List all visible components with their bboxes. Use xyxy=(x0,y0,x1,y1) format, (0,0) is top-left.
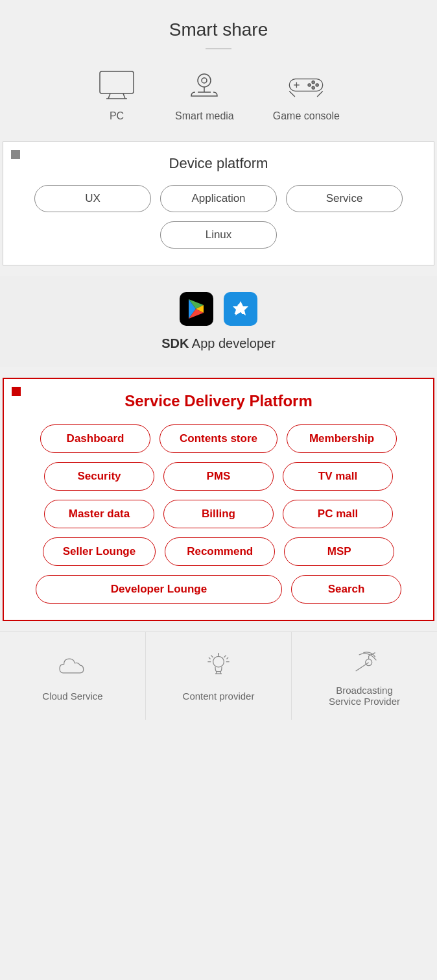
platform-title: Device platform xyxy=(16,155,421,172)
svg-point-5 xyxy=(202,78,207,83)
svg-point-12 xyxy=(316,84,318,86)
broadcasting-provider-label: BroadcastingService Provider xyxy=(329,685,400,707)
app-store-icon: A xyxy=(224,292,257,326)
sdp-btn-developer-lounge[interactable]: Developer Lounge xyxy=(36,575,282,604)
cloud-service-label: Cloud Service xyxy=(42,691,102,702)
satellite-icon xyxy=(348,645,381,677)
sdk-bold: SDK xyxy=(161,336,189,350)
top-section: Smart share PC xyxy=(0,0,437,141)
monitor-icon xyxy=(97,69,136,104)
sdp-btn-master-data[interactable]: Master data xyxy=(44,500,154,528)
svg-line-16 xyxy=(317,91,323,97)
page-title: Smart share xyxy=(13,19,424,40)
google-play-icon xyxy=(180,292,213,326)
device-platform-box: Device platform UX Application Service L… xyxy=(3,141,434,265)
sdp-title: Service Delivery Platform xyxy=(17,392,420,410)
lightbulb-icon xyxy=(202,651,235,683)
sdp-btn-contents-store[interactable]: Contents store xyxy=(159,424,278,453)
square-indicator xyxy=(11,150,20,159)
platform-btn-linux[interactable]: Linux xyxy=(160,221,277,249)
sdp-btn-pc-mall[interactable]: PC mall xyxy=(283,500,393,528)
device-pc: PC xyxy=(97,69,136,122)
svg-point-31 xyxy=(366,659,372,666)
svg-rect-0 xyxy=(100,71,134,93)
bottom-broadcasting-provider[interactable]: BroadcastingService Provider xyxy=(292,632,437,720)
device-smart-media: Smart media xyxy=(175,69,234,122)
svg-line-22 xyxy=(209,657,211,659)
svg-point-14 xyxy=(308,84,311,86)
sdp-btn-seller-lounge[interactable]: Seller Lounge xyxy=(43,537,156,566)
bottom-content-provider[interactable]: Content provider xyxy=(146,632,292,720)
sdp-section: Service Delivery Platform Dashboard Cont… xyxy=(3,378,434,621)
red-square-indicator xyxy=(12,387,21,396)
platform-btn-application[interactable]: Application xyxy=(160,185,277,212)
smart-media-label: Smart media xyxy=(175,110,234,122)
svg-line-2 xyxy=(123,93,125,99)
svg-line-1 xyxy=(108,93,110,99)
sdk-section: A SDK App developer xyxy=(0,276,437,367)
sdp-btn-tv-mall[interactable]: TV mall xyxy=(283,462,393,491)
svg-line-27 xyxy=(224,655,226,657)
sdp-btn-dashboard[interactable]: Dashboard xyxy=(40,424,150,453)
sdk-label: SDK App developer xyxy=(13,336,424,351)
svg-text:A: A xyxy=(234,301,244,317)
game-console-label: Game console xyxy=(273,110,340,122)
sdp-btn-recommend[interactable]: Recommend xyxy=(165,537,275,566)
svg-line-32 xyxy=(356,663,369,671)
svg-point-19 xyxy=(213,656,224,667)
pc-label: PC xyxy=(110,110,124,122)
svg-line-21 xyxy=(227,657,229,659)
content-provider-label: Content provider xyxy=(183,691,255,702)
bottom-section: Cloud Service Content provider xyxy=(0,631,437,720)
webcam-icon xyxy=(185,69,224,104)
sdp-btn-security[interactable]: Security xyxy=(44,462,154,491)
sdp-btn-membership[interactable]: Membership xyxy=(287,424,397,453)
bottom-cloud-service[interactable]: Cloud Service xyxy=(0,632,146,720)
sdp-btn-pms[interactable]: PMS xyxy=(163,462,274,491)
sdk-icons-row: A xyxy=(13,292,424,326)
sdp-buttons: Dashboard Contents store Membership Secu… xyxy=(17,424,420,604)
sdk-app-developer: App developer xyxy=(189,336,275,350)
svg-point-4 xyxy=(198,74,211,87)
sdp-btn-search[interactable]: Search xyxy=(291,575,401,604)
platform-buttons: UX Application Service Linux xyxy=(16,185,421,249)
svg-point-13 xyxy=(312,86,314,89)
device-icons-row: PC Smart media xyxy=(13,69,424,122)
cloud-icon xyxy=(56,651,89,683)
platform-btn-ux[interactable]: UX xyxy=(34,185,151,212)
svg-point-11 xyxy=(312,81,314,84)
sdp-btn-billing[interactable]: Billing xyxy=(163,500,274,528)
divider xyxy=(206,48,231,49)
svg-line-15 xyxy=(290,91,296,97)
device-game-console: Game console xyxy=(273,69,340,122)
platform-btn-service[interactable]: Service xyxy=(286,185,403,212)
gamepad-icon xyxy=(287,69,325,104)
sdp-btn-msp[interactable]: MSP xyxy=(284,537,394,566)
svg-line-28 xyxy=(211,655,213,657)
